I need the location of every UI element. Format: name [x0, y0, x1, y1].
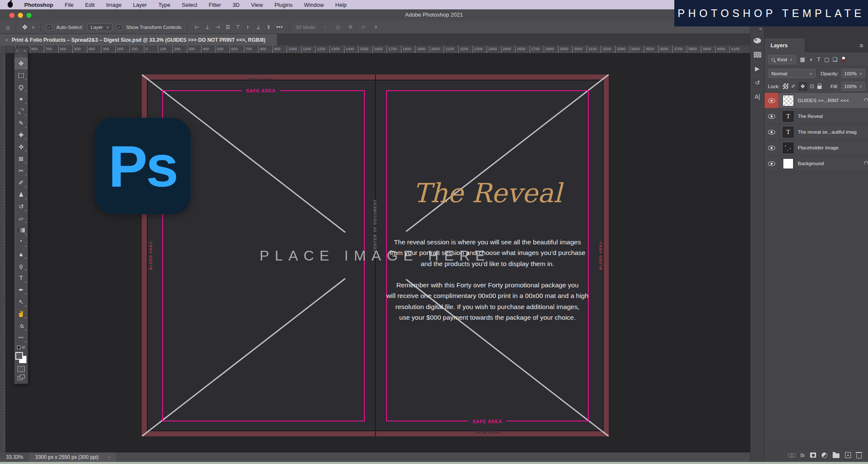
type-tool[interactable]: T	[14, 272, 28, 284]
actions-panel-icon[interactable]: ▶	[751, 61, 764, 75]
zoom-tool[interactable]: ϙ	[14, 320, 28, 332]
layer-thumbnail[interactable]	[783, 143, 794, 153]
brush-tool[interactable]: ✐	[14, 177, 28, 189]
more-options-icon[interactable]: •••	[276, 24, 283, 30]
auto-select-dropdown[interactable]: Layer ∨	[87, 23, 112, 31]
layer-name[interactable]: GUIDES >>...RINT <<<	[798, 98, 849, 103]
color-swatches[interactable]	[15, 352, 27, 364]
blend-mode-dropdown[interactable]: Normal ∨	[768, 69, 816, 78]
menu-item[interactable]: Image	[106, 2, 121, 8]
eyedropper-tool[interactable]: ✎	[14, 117, 28, 129]
home-icon[interactable]: ⌂	[6, 23, 10, 31]
layer-visibility-toggle[interactable]	[765, 124, 779, 140]
adjustment-layer-icon[interactable]	[822, 453, 827, 458]
document-tab[interactable]: × Print & Folio Products – Spread2&3 – D…	[0, 34, 278, 46]
move-tool-icon[interactable]: ✥	[22, 23, 28, 31]
layer-name[interactable]: The Reveal	[798, 114, 823, 119]
layer-row[interactable]: GUIDES >>...RINT <<<	[765, 93, 868, 109]
menu-item[interactable]: Select	[182, 2, 197, 8]
menu-item[interactable]: File	[65, 2, 74, 8]
lock-position-icon[interactable]: ✥	[799, 82, 807, 91]
menu-item[interactable]: Type	[158, 2, 170, 8]
layer-row[interactable]: The Reveal	[765, 109, 868, 124]
distribute-v-icon[interactable]: ‖	[265, 24, 272, 30]
distribute-h-icon[interactable]: ☰	[224, 24, 231, 30]
vertical-ruler[interactable]: 0100200300400500600700800900100011001200…	[0, 53, 6, 453]
menu-item[interactable]: Edit	[85, 2, 95, 8]
default-colors-icon[interactable]	[17, 346, 20, 349]
hand-tool[interactable]: ✌	[14, 308, 28, 320]
lock-pixels-icon[interactable]: ✐	[791, 83, 796, 89]
document-canvas[interactable]: TRIM LINE SAFE AREA SAFE AREA TRIM LINE …	[142, 74, 609, 436]
menu-item[interactable]: View	[251, 2, 263, 8]
status-chevron-icon[interactable]: ›	[109, 455, 110, 459]
spot-healing-brush-tool[interactable]: ✚	[14, 129, 28, 141]
fill-value[interactable]: 100% ∨	[841, 82, 865, 91]
filter-type-layers-icon[interactable]: T	[815, 56, 822, 63]
layer-row[interactable]: Background	[765, 156, 868, 172]
new-group-icon[interactable]	[833, 453, 839, 458]
swap-colors-control[interactable]: ⇄	[17, 345, 25, 349]
new-layer-icon[interactable]: +	[845, 452, 851, 458]
align-left-icon[interactable]: ⊢	[194, 24, 201, 30]
ruler-origin-box[interactable]	[0, 46, 6, 53]
object-selection-tool[interactable]: ✶	[14, 93, 28, 105]
layer-visibility-toggle[interactable]	[765, 140, 779, 155]
panel-menu-icon[interactable]: ≡	[859, 42, 863, 49]
link-layers-icon[interactable]	[788, 453, 795, 457]
menu-item[interactable]: Photoshop	[24, 2, 53, 8]
lock-artboard-icon[interactable]: ⊡	[810, 83, 814, 89]
document-info[interactable]: 3300 px x 2550 px (300 ppi) ›	[29, 453, 116, 462]
horizontal-ruler[interactable]: 9008007006005004003002001000100200300400…	[6, 46, 750, 53]
menu-item[interactable]: 3D	[232, 2, 240, 8]
layer-row[interactable]: Placeholder Image	[765, 140, 868, 156]
blur-tool[interactable]: ❜	[14, 236, 28, 248]
lock-all-icon[interactable]	[817, 86, 822, 89]
menu-item[interactable]: Layer	[133, 2, 147, 8]
chevron-down-icon[interactable]: ∨	[32, 25, 35, 29]
more-tools[interactable]: •••	[14, 332, 28, 344]
slice-tool[interactable]: ✂	[14, 165, 28, 177]
layer-visibility-toggle[interactable]	[765, 156, 779, 171]
gradient-tool[interactable]	[14, 224, 28, 236]
eraser-tool[interactable]: ▱	[14, 212, 28, 224]
menu-item[interactable]: Window	[304, 2, 324, 8]
show-transform-checkbox[interactable]: ✓	[117, 25, 122, 30]
character-panel-icon[interactable]: A|	[751, 89, 764, 103]
foreground-color-swatch[interactable]	[15, 352, 23, 360]
sharpen-tool[interactable]: ▲	[14, 248, 28, 260]
layer-visibility-toggle[interactable]	[765, 109, 779, 124]
opacity-value[interactable]: 100% ∨	[841, 69, 865, 78]
close-panel-icon[interactable]: ×	[16, 49, 18, 53]
swatches-panel-icon[interactable]	[751, 47, 764, 61]
history-panel-icon[interactable]: ↺	[751, 75, 764, 89]
filter-shape-layers-icon[interactable]: ▢	[823, 56, 831, 63]
delete-layer-icon[interactable]	[857, 454, 862, 458]
layer-name[interactable]: The reveal se...autiful imag	[798, 129, 857, 135]
align-center-h-icon[interactable]: ⟂	[204, 24, 211, 30]
align-top-icon[interactable]: ⊤	[235, 24, 241, 30]
layer-style-icon[interactable]: fx	[800, 452, 805, 458]
dodge-tool[interactable]: ϙ	[14, 260, 28, 272]
auto-select-checkbox[interactable]: ✓	[47, 25, 52, 30]
path-selection-tool[interactable]: ↖	[14, 296, 28, 308]
align-middle-icon[interactable]: ⊦	[245, 24, 252, 30]
lasso-tool[interactable]: Ϙ	[14, 81, 28, 93]
layer-thumbnail[interactable]	[783, 111, 794, 122]
menu-item[interactable]: Filter	[209, 2, 221, 8]
healing-brush-tool[interactable]: ✜	[14, 141, 28, 153]
frame-tool[interactable]: ⊠	[14, 153, 28, 165]
align-bottom-icon[interactable]: ⊥	[255, 24, 262, 30]
zoom-level-field[interactable]: 33.33%	[0, 454, 29, 460]
filter-toggle-icon[interactable]	[842, 56, 845, 63]
quick-mask-icon[interactable]	[17, 366, 25, 372]
collapse-panel-icon[interactable]: »	[24, 49, 26, 53]
crop-tool[interactable]: ⌞⌝	[14, 105, 28, 117]
layer-thumbnail[interactable]	[783, 95, 794, 106]
filter-adjustment-layers-icon[interactable]: ◑	[807, 56, 814, 63]
menu-item[interactable]: Help	[335, 2, 347, 8]
filter-smart-objects-icon[interactable]: ❏	[831, 56, 839, 63]
layer-name[interactable]: Placeholder Image	[798, 145, 839, 150]
layer-name[interactable]: Background	[798, 161, 824, 166]
marquee-tool[interactable]	[14, 69, 28, 81]
